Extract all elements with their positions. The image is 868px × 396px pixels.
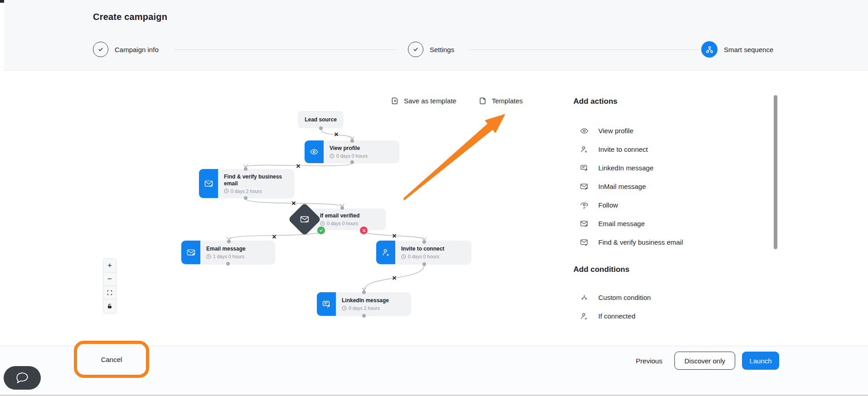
action-item-label: View profile: [598, 127, 633, 135]
create-campaign-screen: Create campaign Campaign info Settings: [0, 0, 868, 396]
person-plus-icon: [376, 241, 395, 264]
condition-item-label: Custom condition: [598, 294, 651, 301]
action-item-view-profile[interactable]: View profile: [573, 121, 773, 140]
panel-scrollbar[interactable]: [774, 95, 777, 249]
clock-icon: [342, 306, 347, 311]
node-title: View profile: [330, 145, 392, 152]
connector-handle[interactable]: [319, 126, 323, 130]
delete-connector-icon[interactable]: ×: [333, 131, 340, 138]
email-message-node[interactable]: Email message 1 days 0 hours: [181, 241, 275, 264]
delete-connector-icon[interactable]: ×: [391, 232, 398, 240]
zoom-out-button[interactable]: −: [103, 272, 116, 286]
lead-source-label: Lead source: [305, 116, 337, 123]
action-item-label: Find & verify business email: [598, 238, 683, 246]
lock-button[interactable]: [103, 299, 116, 313]
connector-handle[interactable]: [350, 139, 354, 143]
person-plus-icon: [580, 145, 589, 154]
node-delay: 0 days 0 hours: [320, 221, 386, 226]
previous-button[interactable]: Previous: [633, 352, 665, 370]
chat-widget-button[interactable]: [4, 366, 41, 390]
zoom-in-button[interactable]: +: [103, 259, 116, 272]
step-label: Smart sequence: [724, 46, 773, 53]
lock-icon: [107, 303, 113, 309]
person-check-icon: [580, 312, 589, 321]
node-delay: 0 days 2 hours: [342, 305, 404, 311]
fit-view-icon: [107, 290, 113, 296]
connector-handle[interactable]: [226, 262, 230, 266]
condition-item-custom-condition[interactable]: Custom condition: [573, 288, 773, 307]
discover-only-button[interactable]: Discover only: [674, 352, 735, 370]
step-label: Settings: [430, 46, 454, 53]
eye-check-icon: [580, 201, 589, 210]
step-campaign-info[interactable]: Campaign info: [93, 42, 159, 57]
clock-icon: [224, 188, 229, 193]
connector-handle[interactable]: [362, 290, 366, 294]
check-circle-icon: [93, 42, 108, 57]
node-delay: 0 days 2 hours: [224, 188, 287, 194]
clock-icon: [330, 154, 335, 159]
connector-handle[interactable]: [340, 206, 344, 210]
add-actions-panel: Add actions View profile Invite to conne…: [573, 96, 773, 325]
condition-item-label: If connected: [598, 312, 635, 320]
connector-handle[interactable]: [244, 167, 247, 171]
node-title: Email message: [206, 246, 268, 252]
condition-item-if-connected[interactable]: If connected: [573, 307, 773, 325]
cancel-button[interactable]: Cancel: [74, 341, 149, 378]
eye-icon: [580, 126, 589, 135]
action-item-inmail-message[interactable]: InMail message: [573, 177, 773, 196]
delete-connector-icon[interactable]: ×: [290, 200, 297, 207]
delete-connector-icon[interactable]: ×: [271, 233, 278, 241]
header: Create campaign Campaign info Settings: [0, 0, 868, 71]
step-settings[interactable]: Settings: [408, 42, 454, 57]
connector-handle[interactable]: [244, 196, 247, 200]
corner-artifact: [0, 0, 4, 3]
add-conditions-title: Add conditions: [573, 264, 773, 275]
node-title: Invite to connect: [401, 246, 464, 252]
find-verify-email-node[interactable]: Find & verify business email 0 days 2 ho…: [199, 169, 294, 198]
action-item-label: Invite to connect: [598, 145, 648, 153]
node-title: Find & verify business email: [224, 174, 283, 187]
action-item-label: Email message: [598, 220, 645, 227]
node-title: If email verified: [320, 212, 386, 219]
clock-icon: [320, 221, 325, 226]
action-item-find-verify-email[interactable]: Find & verify business email: [573, 233, 773, 251]
node-delay: 0 days 0 hours: [330, 153, 392, 159]
delete-connector-icon[interactable]: ×: [391, 275, 398, 282]
file-icon: [479, 97, 487, 105]
linkedin-message-node[interactable]: LinkedIn message 0 days 2 hours: [317, 292, 411, 316]
action-item-label: InMail message: [598, 183, 646, 190]
envelope-check-icon: [199, 169, 218, 198]
lead-source-node[interactable]: Lead source: [298, 111, 344, 128]
step-smart-sequence[interactable]: Smart sequence: [701, 41, 773, 58]
envelope-arrow-icon: [580, 219, 589, 228]
action-item-follow[interactable]: Follow: [573, 196, 773, 214]
chat-bubble-icon: [15, 371, 30, 385]
connector-handle[interactable]: [422, 262, 426, 266]
action-item-linkedin-message[interactable]: LinkedIn message: [573, 159, 773, 177]
view-profile-node[interactable]: View profile 0 days 0 hours: [305, 140, 399, 163]
action-item-email-message[interactable]: Email message: [573, 214, 773, 233]
step-connector-line: [174, 49, 395, 50]
envelope-arrow-icon: [181, 241, 200, 264]
connector-handle[interactable]: [422, 240, 426, 244]
chat-arrow-icon: [580, 164, 589, 173]
save-as-template-button[interactable]: Save as template: [391, 97, 456, 105]
connector-handle[interactable]: [227, 240, 231, 243]
check-circle-icon: [408, 42, 423, 57]
connector-handle[interactable]: [350, 160, 354, 164]
action-item-invite-to-connect[interactable]: Invite to connect: [573, 140, 773, 159]
clock-icon: [206, 254, 211, 259]
invite-to-connect-node[interactable]: Invite to connect 0 days 0 hours: [376, 241, 471, 264]
launch-button[interactable]: Launch: [742, 352, 779, 370]
envelope-check-icon: [580, 238, 589, 247]
action-item-label: Follow: [598, 201, 618, 209]
connector-handle[interactable]: [362, 314, 366, 318]
file-plus-icon: [391, 97, 399, 105]
fit-view-button[interactable]: [103, 286, 116, 299]
condition-diamond[interactable]: [288, 203, 321, 236]
delete-connector-icon[interactable]: ×: [295, 163, 302, 170]
eye-icon: [305, 140, 324, 163]
templates-button[interactable]: Templates: [479, 97, 523, 105]
page-title: Create campaign: [93, 12, 167, 22]
node-delay: 1 days 0 hours: [206, 254, 268, 259]
